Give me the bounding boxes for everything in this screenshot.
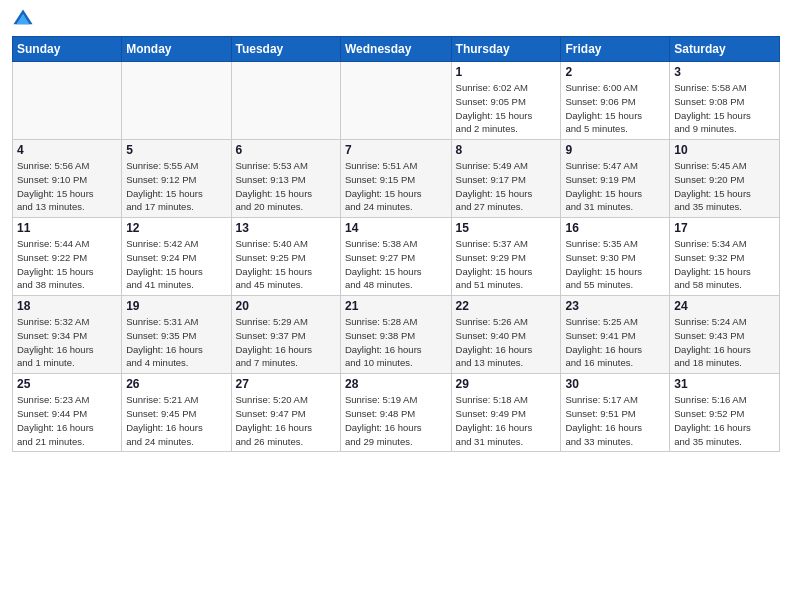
calendar-cell: 25Sunrise: 5:23 AM Sunset: 9:44 PM Dayli…: [13, 374, 122, 452]
day-number: 1: [456, 65, 557, 79]
day-number: 18: [17, 299, 117, 313]
day-info: Sunrise: 5:32 AM Sunset: 9:34 PM Dayligh…: [17, 315, 117, 370]
day-info: Sunrise: 5:24 AM Sunset: 9:43 PM Dayligh…: [674, 315, 775, 370]
day-info: Sunrise: 5:55 AM Sunset: 9:12 PM Dayligh…: [126, 159, 226, 214]
calendar-cell: 28Sunrise: 5:19 AM Sunset: 9:48 PM Dayli…: [340, 374, 451, 452]
calendar-week-row: 25Sunrise: 5:23 AM Sunset: 9:44 PM Dayli…: [13, 374, 780, 452]
calendar-cell: 31Sunrise: 5:16 AM Sunset: 9:52 PM Dayli…: [670, 374, 780, 452]
weekday-header: Wednesday: [340, 37, 451, 62]
calendar-cell: 22Sunrise: 5:26 AM Sunset: 9:40 PM Dayli…: [451, 296, 561, 374]
day-info: Sunrise: 5:49 AM Sunset: 9:17 PM Dayligh…: [456, 159, 557, 214]
weekday-header: Tuesday: [231, 37, 340, 62]
day-number: 14: [345, 221, 447, 235]
calendar-week-row: 4Sunrise: 5:56 AM Sunset: 9:10 PM Daylig…: [13, 140, 780, 218]
day-number: 11: [17, 221, 117, 235]
day-info: Sunrise: 5:34 AM Sunset: 9:32 PM Dayligh…: [674, 237, 775, 292]
weekday-header-row: SundayMondayTuesdayWednesdayThursdayFrid…: [13, 37, 780, 62]
day-number: 27: [236, 377, 336, 391]
day-number: 21: [345, 299, 447, 313]
day-info: Sunrise: 5:29 AM Sunset: 9:37 PM Dayligh…: [236, 315, 336, 370]
day-info: Sunrise: 5:21 AM Sunset: 9:45 PM Dayligh…: [126, 393, 226, 448]
calendar-week-row: 11Sunrise: 5:44 AM Sunset: 9:22 PM Dayli…: [13, 218, 780, 296]
day-number: 3: [674, 65, 775, 79]
calendar-cell: 15Sunrise: 5:37 AM Sunset: 9:29 PM Dayli…: [451, 218, 561, 296]
calendar-week-row: 18Sunrise: 5:32 AM Sunset: 9:34 PM Dayli…: [13, 296, 780, 374]
day-number: 24: [674, 299, 775, 313]
calendar-cell: 14Sunrise: 5:38 AM Sunset: 9:27 PM Dayli…: [340, 218, 451, 296]
day-number: 10: [674, 143, 775, 157]
calendar-cell: 26Sunrise: 5:21 AM Sunset: 9:45 PM Dayli…: [122, 374, 231, 452]
calendar-cell: 7Sunrise: 5:51 AM Sunset: 9:15 PM Daylig…: [340, 140, 451, 218]
weekday-header: Saturday: [670, 37, 780, 62]
calendar-cell: 6Sunrise: 5:53 AM Sunset: 9:13 PM Daylig…: [231, 140, 340, 218]
calendar-cell: 19Sunrise: 5:31 AM Sunset: 9:35 PM Dayli…: [122, 296, 231, 374]
day-info: Sunrise: 5:56 AM Sunset: 9:10 PM Dayligh…: [17, 159, 117, 214]
day-number: 30: [565, 377, 665, 391]
calendar-cell: 21Sunrise: 5:28 AM Sunset: 9:38 PM Dayli…: [340, 296, 451, 374]
calendar-cell: 11Sunrise: 5:44 AM Sunset: 9:22 PM Dayli…: [13, 218, 122, 296]
day-info: Sunrise: 5:53 AM Sunset: 9:13 PM Dayligh…: [236, 159, 336, 214]
calendar-cell: 2Sunrise: 6:00 AM Sunset: 9:06 PM Daylig…: [561, 62, 670, 140]
logo-icon: [12, 8, 34, 30]
day-number: 28: [345, 377, 447, 391]
day-info: Sunrise: 5:42 AM Sunset: 9:24 PM Dayligh…: [126, 237, 226, 292]
day-number: 7: [345, 143, 447, 157]
weekday-header: Thursday: [451, 37, 561, 62]
day-number: 22: [456, 299, 557, 313]
day-info: Sunrise: 5:58 AM Sunset: 9:08 PM Dayligh…: [674, 81, 775, 136]
day-info: Sunrise: 5:23 AM Sunset: 9:44 PM Dayligh…: [17, 393, 117, 448]
day-info: Sunrise: 6:00 AM Sunset: 9:06 PM Dayligh…: [565, 81, 665, 136]
calendar-cell: 5Sunrise: 5:55 AM Sunset: 9:12 PM Daylig…: [122, 140, 231, 218]
calendar-table: SundayMondayTuesdayWednesdayThursdayFrid…: [12, 36, 780, 452]
day-info: Sunrise: 5:40 AM Sunset: 9:25 PM Dayligh…: [236, 237, 336, 292]
calendar-cell: 3Sunrise: 5:58 AM Sunset: 9:08 PM Daylig…: [670, 62, 780, 140]
day-info: Sunrise: 5:37 AM Sunset: 9:29 PM Dayligh…: [456, 237, 557, 292]
weekday-header: Sunday: [13, 37, 122, 62]
calendar-cell: 24Sunrise: 5:24 AM Sunset: 9:43 PM Dayli…: [670, 296, 780, 374]
day-info: Sunrise: 5:38 AM Sunset: 9:27 PM Dayligh…: [345, 237, 447, 292]
calendar-cell: 16Sunrise: 5:35 AM Sunset: 9:30 PM Dayli…: [561, 218, 670, 296]
calendar-week-row: 1Sunrise: 6:02 AM Sunset: 9:05 PM Daylig…: [13, 62, 780, 140]
calendar-cell: [122, 62, 231, 140]
day-info: Sunrise: 6:02 AM Sunset: 9:05 PM Dayligh…: [456, 81, 557, 136]
day-number: 25: [17, 377, 117, 391]
day-number: 8: [456, 143, 557, 157]
calendar-cell: 10Sunrise: 5:45 AM Sunset: 9:20 PM Dayli…: [670, 140, 780, 218]
calendar-cell: 29Sunrise: 5:18 AM Sunset: 9:49 PM Dayli…: [451, 374, 561, 452]
weekday-header: Friday: [561, 37, 670, 62]
calendar-cell: 27Sunrise: 5:20 AM Sunset: 9:47 PM Dayli…: [231, 374, 340, 452]
weekday-header: Monday: [122, 37, 231, 62]
day-info: Sunrise: 5:17 AM Sunset: 9:51 PM Dayligh…: [565, 393, 665, 448]
day-number: 26: [126, 377, 226, 391]
logo: [12, 10, 36, 30]
day-number: 4: [17, 143, 117, 157]
day-info: Sunrise: 5:18 AM Sunset: 9:49 PM Dayligh…: [456, 393, 557, 448]
day-number: 2: [565, 65, 665, 79]
day-info: Sunrise: 5:45 AM Sunset: 9:20 PM Dayligh…: [674, 159, 775, 214]
calendar-cell: 1Sunrise: 6:02 AM Sunset: 9:05 PM Daylig…: [451, 62, 561, 140]
day-info: Sunrise: 5:19 AM Sunset: 9:48 PM Dayligh…: [345, 393, 447, 448]
day-info: Sunrise: 5:51 AM Sunset: 9:15 PM Dayligh…: [345, 159, 447, 214]
calendar-cell: 18Sunrise: 5:32 AM Sunset: 9:34 PM Dayli…: [13, 296, 122, 374]
calendar-cell: [231, 62, 340, 140]
day-number: 29: [456, 377, 557, 391]
day-number: 20: [236, 299, 336, 313]
calendar-cell: 13Sunrise: 5:40 AM Sunset: 9:25 PM Dayli…: [231, 218, 340, 296]
header: [12, 10, 780, 30]
day-info: Sunrise: 5:20 AM Sunset: 9:47 PM Dayligh…: [236, 393, 336, 448]
day-info: Sunrise: 5:16 AM Sunset: 9:52 PM Dayligh…: [674, 393, 775, 448]
day-number: 17: [674, 221, 775, 235]
calendar-cell: 30Sunrise: 5:17 AM Sunset: 9:51 PM Dayli…: [561, 374, 670, 452]
day-info: Sunrise: 5:31 AM Sunset: 9:35 PM Dayligh…: [126, 315, 226, 370]
day-number: 31: [674, 377, 775, 391]
day-number: 6: [236, 143, 336, 157]
calendar-cell: 4Sunrise: 5:56 AM Sunset: 9:10 PM Daylig…: [13, 140, 122, 218]
day-info: Sunrise: 5:28 AM Sunset: 9:38 PM Dayligh…: [345, 315, 447, 370]
day-info: Sunrise: 5:47 AM Sunset: 9:19 PM Dayligh…: [565, 159, 665, 214]
calendar-cell: 17Sunrise: 5:34 AM Sunset: 9:32 PM Dayli…: [670, 218, 780, 296]
day-number: 12: [126, 221, 226, 235]
day-info: Sunrise: 5:35 AM Sunset: 9:30 PM Dayligh…: [565, 237, 665, 292]
calendar-cell: 12Sunrise: 5:42 AM Sunset: 9:24 PM Dayli…: [122, 218, 231, 296]
day-info: Sunrise: 5:25 AM Sunset: 9:41 PM Dayligh…: [565, 315, 665, 370]
calendar-cell: 9Sunrise: 5:47 AM Sunset: 9:19 PM Daylig…: [561, 140, 670, 218]
